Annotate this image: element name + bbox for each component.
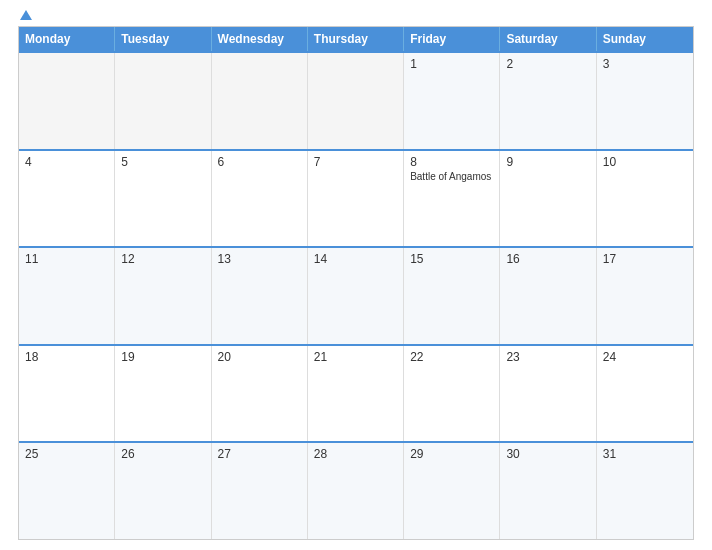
day-number: 20 (218, 350, 301, 364)
col-header-monday: Monday (19, 27, 115, 51)
day-number: 21 (314, 350, 397, 364)
cal-cell: 30 (500, 443, 596, 539)
day-number: 30 (506, 447, 589, 461)
cal-cell: 21 (308, 346, 404, 442)
cal-cell: 25 (19, 443, 115, 539)
cal-cell: 3 (597, 53, 693, 149)
cal-cell: 14 (308, 248, 404, 344)
calendar-body: 12345678Battle of Angamos910111213141516… (19, 51, 693, 539)
cal-cell: 15 (404, 248, 500, 344)
day-number: 31 (603, 447, 687, 461)
cal-cell: 11 (19, 248, 115, 344)
cal-cell: 9 (500, 151, 596, 247)
header (18, 10, 694, 20)
day-number: 15 (410, 252, 493, 266)
cal-cell: 5 (115, 151, 211, 247)
day-number: 6 (218, 155, 301, 169)
cal-cell: 22 (404, 346, 500, 442)
day-number: 29 (410, 447, 493, 461)
cal-cell: 28 (308, 443, 404, 539)
week-row-4: 18192021222324 (19, 344, 693, 442)
day-number: 8 (410, 155, 493, 169)
col-header-tuesday: Tuesday (115, 27, 211, 51)
cal-cell: 27 (212, 443, 308, 539)
cal-cell: 1 (404, 53, 500, 149)
cal-cell: 6 (212, 151, 308, 247)
page: MondayTuesdayWednesdayThursdayFridaySatu… (0, 0, 712, 550)
cal-cell: 19 (115, 346, 211, 442)
cal-cell (115, 53, 211, 149)
day-number: 16 (506, 252, 589, 266)
cal-cell: 2 (500, 53, 596, 149)
day-number: 4 (25, 155, 108, 169)
cal-cell: 12 (115, 248, 211, 344)
cal-cell: 31 (597, 443, 693, 539)
day-number: 3 (603, 57, 687, 71)
day-number: 23 (506, 350, 589, 364)
day-number: 10 (603, 155, 687, 169)
day-number: 25 (25, 447, 108, 461)
cal-cell: 8Battle of Angamos (404, 151, 500, 247)
col-header-sunday: Sunday (597, 27, 693, 51)
logo-triangle-icon (20, 10, 32, 20)
cal-cell: 13 (212, 248, 308, 344)
cal-cell: 20 (212, 346, 308, 442)
cal-cell (212, 53, 308, 149)
cal-cell: 23 (500, 346, 596, 442)
day-number: 12 (121, 252, 204, 266)
day-number: 13 (218, 252, 301, 266)
day-number: 18 (25, 350, 108, 364)
cal-cell: 29 (404, 443, 500, 539)
week-row-1: 123 (19, 51, 693, 149)
day-number: 11 (25, 252, 108, 266)
day-number: 26 (121, 447, 204, 461)
day-number: 7 (314, 155, 397, 169)
cal-cell: 18 (19, 346, 115, 442)
day-number: 19 (121, 350, 204, 364)
day-number: 1 (410, 57, 493, 71)
col-header-thursday: Thursday (308, 27, 404, 51)
cal-cell (308, 53, 404, 149)
cal-cell (19, 53, 115, 149)
logo (18, 10, 32, 20)
calendar: MondayTuesdayWednesdayThursdayFridaySatu… (18, 26, 694, 540)
col-header-saturday: Saturday (500, 27, 596, 51)
day-number: 2 (506, 57, 589, 71)
week-row-5: 25262728293031 (19, 441, 693, 539)
col-header-friday: Friday (404, 27, 500, 51)
week-row-3: 11121314151617 (19, 246, 693, 344)
day-number: 17 (603, 252, 687, 266)
cal-cell: 7 (308, 151, 404, 247)
day-number: 5 (121, 155, 204, 169)
week-row-2: 45678Battle of Angamos910 (19, 149, 693, 247)
day-number: 9 (506, 155, 589, 169)
day-number: 24 (603, 350, 687, 364)
day-number: 22 (410, 350, 493, 364)
cal-cell: 17 (597, 248, 693, 344)
day-event: Battle of Angamos (410, 171, 493, 182)
cal-cell: 24 (597, 346, 693, 442)
cal-cell: 16 (500, 248, 596, 344)
cal-cell: 10 (597, 151, 693, 247)
col-header-wednesday: Wednesday (212, 27, 308, 51)
calendar-header: MondayTuesdayWednesdayThursdayFridaySatu… (19, 27, 693, 51)
cal-cell: 26 (115, 443, 211, 539)
day-number: 28 (314, 447, 397, 461)
cal-cell: 4 (19, 151, 115, 247)
day-number: 27 (218, 447, 301, 461)
day-number: 14 (314, 252, 397, 266)
